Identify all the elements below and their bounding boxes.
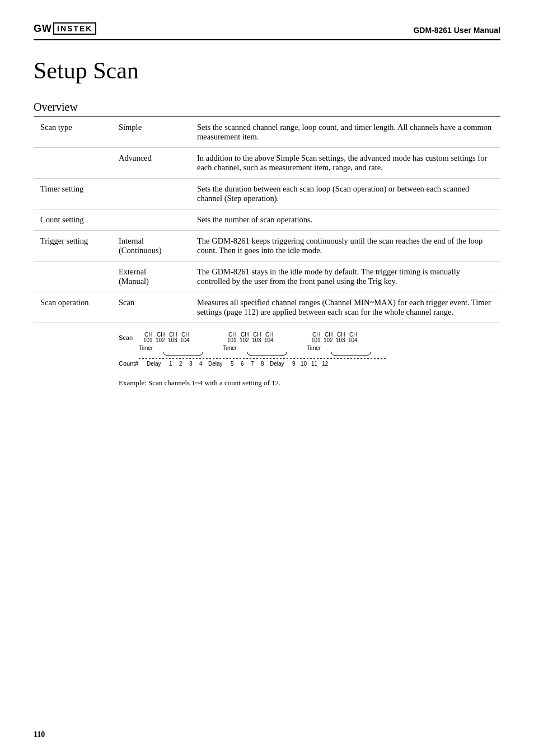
svg-text:8: 8: [261, 361, 264, 367]
term-cell: Scan operation: [34, 292, 112, 323]
subterm-cell: Simple: [112, 117, 190, 148]
desc-cell: The GDM-8261 keeps triggering continuous…: [190, 231, 500, 262]
subterm-cell: Scan: [112, 292, 190, 323]
svg-text:5: 5: [231, 361, 234, 367]
svg-text:102: 102: [240, 337, 249, 343]
term-cell: [34, 323, 112, 394]
table-row-diagram: Scan CH CH CH CH 101 102 103 104 CH: [34, 323, 500, 394]
page-number: 110: [34, 730, 45, 739]
svg-text:12: 12: [322, 361, 329, 367]
svg-text:4: 4: [199, 361, 203, 367]
svg-text:102: 102: [156, 337, 165, 343]
svg-text:104: 104: [180, 337, 190, 343]
table-row: Count setting Sets the number of scan op…: [34, 209, 500, 231]
logo: GW INSTEK: [34, 22, 96, 35]
section-heading: Overview: [34, 101, 500, 117]
svg-text:2: 2: [179, 361, 182, 367]
page-title: Setup Scan: [34, 57, 500, 84]
term-cell: Timer setting: [34, 179, 112, 209]
svg-text:103: 103: [168, 337, 177, 343]
desc-cell: Measures all specified channel ranges (C…: [190, 292, 500, 323]
desc-cell: Sets the number of scan operations.: [190, 209, 500, 231]
svg-text:Delay: Delay: [147, 361, 161, 367]
subterm-cell: Internal(Continuous): [112, 231, 190, 262]
svg-text:10: 10: [301, 361, 307, 367]
svg-text:101: 101: [227, 337, 237, 343]
subterm-cell: [112, 179, 190, 209]
svg-text:7: 7: [251, 361, 254, 367]
logo-instek-text: INSTEK: [53, 22, 96, 35]
desc-cell: Sets the scanned channel range, loop cou…: [190, 117, 500, 148]
svg-text:9: 9: [292, 361, 296, 367]
svg-text:104: 104: [348, 337, 358, 343]
table-row: Advanced In addition to the above Simple…: [34, 148, 500, 179]
svg-text:Timer: Timer: [223, 345, 237, 351]
page: GW INSTEK GDM-8261 User Manual Setup Sca…: [0, 0, 534, 756]
manual-title: GDM-8261 User Manual: [413, 26, 500, 35]
svg-text:Timer: Timer: [139, 345, 153, 351]
svg-text:104: 104: [264, 337, 274, 343]
term-cell: [34, 148, 112, 179]
svg-text:Delay: Delay: [208, 361, 223, 367]
scan-diagram: Scan CH CH CH CH 101 102 103 104 CH: [119, 332, 494, 388]
svg-text:Count#: Count#: [119, 360, 139, 367]
svg-text:101: 101: [311, 337, 321, 343]
desc-cell: Sets the duration between each scan loop…: [190, 179, 500, 209]
example-text: Example: Scan channels 1~4 with a count …: [119, 379, 494, 388]
logo-gw-text: GW: [34, 23, 52, 35]
table-row: Timer setting Sets the duration between …: [34, 179, 500, 209]
term-cell: Count setting: [34, 209, 112, 231]
overview-table: Scan type Simple Sets the scanned channe…: [34, 117, 500, 393]
svg-text:3: 3: [189, 361, 193, 367]
subterm-cell: External(Manual): [112, 262, 190, 292]
subterm-cell: Advanced: [112, 148, 190, 179]
svg-text:103: 103: [252, 337, 261, 343]
subterm-cell: [112, 209, 190, 231]
desc-cell: In addition to the above Simple Scan set…: [190, 148, 500, 179]
svg-text:1: 1: [169, 361, 172, 367]
desc-cell: The GDM-8261 stays in the idle mode by d…: [190, 262, 500, 292]
table-row: Scan operation Scan Measures all specifi…: [34, 292, 500, 323]
svg-text:Delay: Delay: [270, 361, 284, 367]
svg-text:11: 11: [311, 361, 318, 367]
svg-text:101: 101: [143, 337, 153, 343]
table-row: Trigger setting Internal(Continuous) The…: [34, 231, 500, 262]
page-header: GW INSTEK GDM-8261 User Manual: [34, 22, 500, 40]
term-cell: [34, 262, 112, 292]
svg-text:Timer: Timer: [307, 345, 321, 351]
table-row: Scan type Simple Sets the scanned channe…: [34, 117, 500, 148]
term-cell: Scan type: [34, 117, 112, 148]
term-cell: Trigger setting: [34, 231, 112, 262]
table-row: External(Manual) The GDM-8261 stays in t…: [34, 262, 500, 292]
svg-text:102: 102: [324, 337, 333, 343]
diagram-cell: Scan CH CH CH CH 101 102 103 104 CH: [112, 323, 500, 394]
svg-text:103: 103: [336, 337, 345, 343]
svg-text:6: 6: [241, 361, 244, 367]
svg-text:Scan: Scan: [119, 334, 133, 341]
